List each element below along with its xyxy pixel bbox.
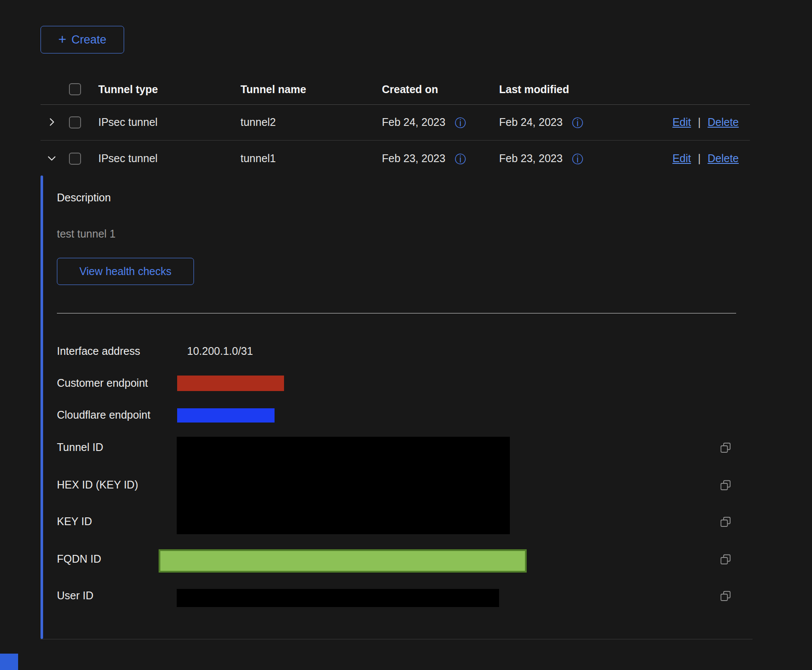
user-id-redacted-value <box>177 589 499 607</box>
interface-address-label: Interface address <box>57 345 140 357</box>
view-health-checks-button[interactable]: View health checks <box>57 258 194 285</box>
panel-bottom-divider <box>41 639 753 639</box>
col-header-tunnel-name: Tunnel name <box>240 83 306 96</box>
cloudflare-endpoint-label: Cloudflare endpoint <box>57 409 150 421</box>
row-checkbox[interactable] <box>69 153 81 165</box>
interface-address-value: 10.200.1.0/31 <box>187 345 253 357</box>
bottom-left-accent <box>0 654 18 670</box>
last-modified-text: Feb 23, 2023 <box>499 152 562 164</box>
created-on-text: Feb 24, 2023 <box>382 116 445 128</box>
expanded-row-accent-bar <box>41 175 43 639</box>
cell-tunnel-type: IPsec tunnel <box>98 116 158 128</box>
info-icon[interactable]: ⓘ <box>572 153 583 165</box>
copy-icon[interactable] <box>719 479 733 493</box>
edit-link[interactable]: Edit <box>672 152 691 165</box>
row-checkbox[interactable] <box>69 116 81 128</box>
select-all-checkbox[interactable] <box>69 83 81 95</box>
cell-tunnel-name: tunnel1 <box>240 152 276 165</box>
create-button[interactable]: + Create <box>41 26 124 53</box>
action-separator: | <box>698 116 701 128</box>
description-value: test tunnel 1 <box>57 228 116 240</box>
fqdn-id-redacted-value <box>159 549 527 573</box>
customer-endpoint-label: Customer endpoint <box>57 377 148 389</box>
copy-icon[interactable] <box>719 590 733 604</box>
cloudflare-endpoint-redacted-value <box>177 408 275 423</box>
fqdn-id-label: FQDN ID <box>57 553 101 565</box>
row-actions: Edit | Delete <box>672 152 739 165</box>
cell-tunnel-name: tunnel2 <box>240 116 276 128</box>
cell-created-on: Feb 24, 2023ⓘ <box>382 116 466 128</box>
cell-last-modified: Feb 24, 2023ⓘ <box>499 116 583 128</box>
col-header-tunnel-type: Tunnel type <box>98 83 158 96</box>
ids-redacted-value <box>177 437 510 534</box>
cell-tunnel-type: IPsec tunnel <box>98 152 158 165</box>
created-on-text: Feb 23, 2023 <box>382 152 445 164</box>
info-icon[interactable]: ⓘ <box>455 117 466 128</box>
hex-id-label: HEX ID (KEY ID) <box>57 479 138 491</box>
table-row: IPsec tunnel tunnel2 Feb 24, 2023ⓘ Feb 2… <box>41 104 750 141</box>
customer-endpoint-redacted-value <box>177 376 284 391</box>
table-row: IPsec tunnel tunnel1 Feb 23, 2023ⓘ Feb 2… <box>41 141 750 176</box>
copy-icon[interactable] <box>719 441 733 455</box>
edit-link[interactable]: Edit <box>672 116 691 128</box>
plus-icon: + <box>58 32 66 46</box>
delete-link[interactable]: Delete <box>708 152 739 165</box>
user-id-label: User ID <box>57 589 94 602</box>
section-divider <box>57 313 736 313</box>
col-header-last-modified: Last modified <box>499 83 569 96</box>
info-icon[interactable]: ⓘ <box>572 117 583 128</box>
last-modified-text: Feb 24, 2023 <box>499 116 562 128</box>
copy-icon[interactable] <box>719 553 733 567</box>
chevron-down-icon[interactable] <box>46 153 58 165</box>
action-separator: | <box>698 152 701 165</box>
cell-created-on: Feb 23, 2023ⓘ <box>382 152 466 165</box>
tunnel-id-label: Tunnel ID <box>57 441 103 454</box>
copy-icon[interactable] <box>719 516 733 529</box>
key-id-label: KEY ID <box>57 515 92 528</box>
delete-link[interactable]: Delete <box>708 116 739 128</box>
chevron-right-icon[interactable] <box>46 116 58 128</box>
tunnels-page: + Create Tunnel type Tunnel name Created… <box>0 0 812 670</box>
col-header-created-on: Created on <box>382 83 438 96</box>
cell-last-modified: Feb 23, 2023ⓘ <box>499 152 583 165</box>
create-button-label: Create <box>72 33 106 47</box>
row-actions: Edit | Delete <box>672 116 739 128</box>
description-label: Description <box>57 191 111 204</box>
info-icon[interactable]: ⓘ <box>455 153 466 165</box>
table-header: Tunnel type Tunnel name Created on Last … <box>41 76 750 105</box>
